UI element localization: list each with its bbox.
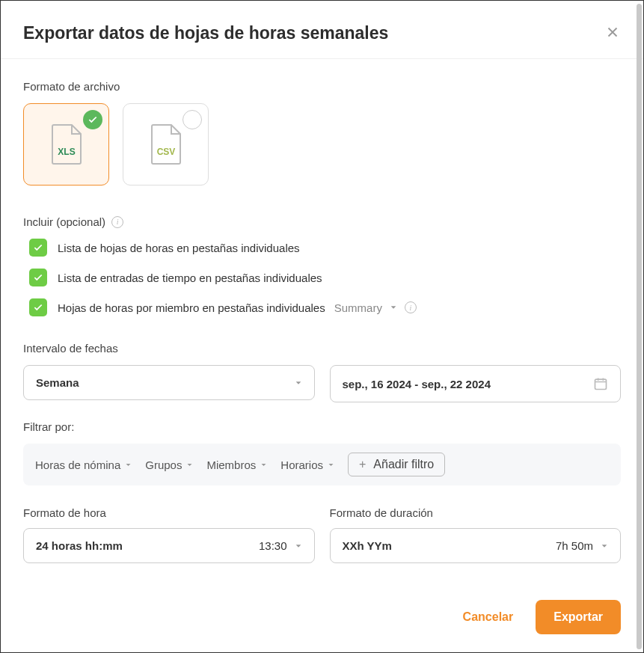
svg-text:XLS: XLS bbox=[58, 147, 75, 157]
svg-text:CSV: CSV bbox=[156, 147, 175, 157]
check-label: Lista de hojas de horas en pestañas indi… bbox=[58, 242, 300, 254]
check-icon bbox=[33, 242, 43, 253]
file-csv-icon: CSV bbox=[149, 123, 183, 165]
duration-format-label: Formato de duración bbox=[330, 506, 622, 519]
unselected-badge bbox=[183, 110, 202, 129]
filter-payroll-hours[interactable]: Horas de nómina bbox=[35, 459, 132, 471]
chevron-down-icon bbox=[125, 462, 132, 468]
chevron-down-icon bbox=[390, 304, 397, 311]
duration-format-preview: 7h 50m bbox=[556, 539, 593, 552]
filter-members[interactable]: Miembros bbox=[206, 459, 267, 471]
date-range-picker[interactable]: sep., 16 2024 - sep., 22 2024 bbox=[330, 365, 622, 402]
modal-title: Exportar datos de hojas de horas semanal… bbox=[23, 23, 388, 43]
time-format-value: 24 horas hh:mm bbox=[36, 539, 123, 552]
chevron-down-icon bbox=[186, 462, 193, 468]
checkbox-timesheets-list[interactable] bbox=[29, 239, 47, 257]
export-button[interactable]: Exportar bbox=[536, 600, 621, 634]
time-format-select[interactable]: 24 horas hh:mm 13:30 bbox=[23, 528, 315, 563]
format-csv-card[interactable]: CSV bbox=[123, 103, 209, 186]
scrollbar[interactable] bbox=[637, 4, 642, 649]
chevron-down-icon bbox=[601, 542, 608, 550]
add-filter-button[interactable]: + Añadir filtro bbox=[348, 453, 445, 476]
close-icon bbox=[604, 24, 621, 40]
chevron-down-icon bbox=[295, 542, 302, 550]
chevron-down-icon bbox=[295, 379, 302, 387]
format-xls-card[interactable]: XLS bbox=[23, 103, 109, 186]
close-button[interactable] bbox=[604, 24, 621, 43]
filter-groups[interactable]: Grupos bbox=[145, 459, 193, 471]
checkbox-per-member[interactable] bbox=[29, 298, 47, 316]
file-format-label: Formato de archivo bbox=[23, 80, 621, 93]
chevron-down-icon bbox=[328, 462, 334, 468]
check-icon bbox=[88, 114, 98, 125]
file-xls-icon: XLS bbox=[49, 123, 84, 165]
filter-label: Filtrar por: bbox=[23, 420, 621, 433]
check-icon bbox=[33, 272, 43, 283]
svg-rect-2 bbox=[595, 379, 607, 389]
checkbox-time-entries[interactable] bbox=[29, 269, 47, 286]
date-range-value: sep., 16 2024 - sep., 22 2024 bbox=[343, 378, 491, 390]
include-label: Incluir (opcional) bbox=[23, 215, 105, 228]
time-format-label: Formato de hora bbox=[23, 506, 315, 519]
info-icon[interactable]: i bbox=[405, 301, 417, 313]
duration-format-select[interactable]: XXh YYm 7h 50m bbox=[330, 528, 622, 563]
calendar-icon bbox=[593, 376, 608, 391]
duration-format-value: XXh YYm bbox=[343, 539, 392, 552]
info-icon[interactable]: i bbox=[111, 216, 123, 228]
filter-schedules[interactable]: Horarios bbox=[280, 459, 334, 471]
cancel-button[interactable]: Cancelar bbox=[450, 601, 527, 633]
chevron-down-icon bbox=[260, 462, 267, 468]
check-icon bbox=[33, 302, 43, 313]
filter-bar: Horas de nómina Grupos Miembros Horarios… bbox=[23, 444, 621, 485]
per-member-mode-select[interactable]: Summary bbox=[334, 301, 382, 314]
check-label: Lista de entradas de tiempo en pestañas … bbox=[58, 272, 322, 284]
plus-icon: + bbox=[359, 458, 366, 471]
selected-badge bbox=[83, 110, 102, 129]
time-format-preview: 13:30 bbox=[259, 539, 287, 552]
check-label: Hojas de horas por miembro en pestañas i… bbox=[58, 301, 325, 314]
period-value: Semana bbox=[36, 376, 79, 389]
period-select[interactable]: Semana bbox=[23, 365, 315, 400]
date-range-label: Intervalo de fechas bbox=[23, 342, 621, 355]
